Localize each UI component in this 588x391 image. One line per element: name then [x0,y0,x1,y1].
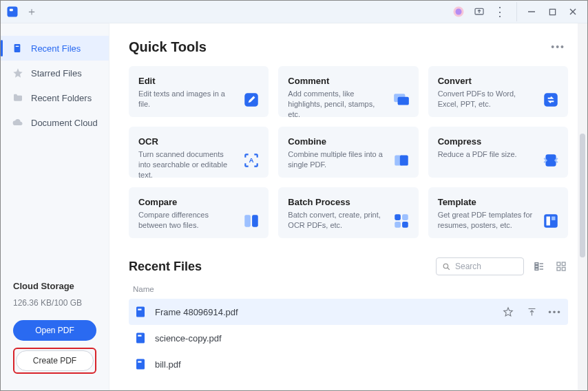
svg-rect-25 [544,214,558,228]
svg-point-28 [443,264,448,268]
window-minimize-button[interactable] [521,2,542,21]
row-more-icon[interactable]: ••• [547,304,563,319]
tool-card-ocr[interactable]: OCR Turn scanned documents into searchab… [129,127,269,178]
pdf-file-icon [134,358,147,370]
template-icon [542,212,560,230]
quick-tools-title: Quick Tools [129,39,207,55]
avatar-icon[interactable] [449,2,468,21]
window-maximize-button[interactable] [542,2,563,21]
sidebar-item-label: Starred Files [31,68,82,78]
pdf-file-icon [134,306,147,318]
new-tab-button[interactable]: ＋ [23,3,41,21]
sidebar-item-label: Recent Files [31,43,81,54]
list-view-icon[interactable] [532,260,546,273]
search-icon [442,262,451,271]
svg-text:A: A [249,156,254,164]
open-pdf-button[interactable]: Open PDF [13,320,96,341]
recent-column-name: Name [129,285,568,293]
star-icon[interactable] [501,304,516,319]
sidebar-item-label: Document Cloud [31,118,98,128]
svg-rect-22 [402,214,408,220]
comment-icon [392,91,410,109]
compress-icon [542,151,560,169]
folder-icon [12,92,24,104]
title-bar: ＋ ⋮ [1,1,587,23]
svg-rect-45 [136,359,145,370]
cloud-storage-title: Cloud Storage [13,281,96,291]
sidebar-item-document-cloud[interactable]: Document Cloud [1,110,109,135]
grid-view-icon[interactable] [554,260,568,273]
svg-rect-43 [136,333,145,344]
share-screen-icon[interactable] [470,2,489,21]
tool-card-edit[interactable]: Edit Edit texts and images in a file. [129,66,269,117]
cloud-icon [12,116,24,129]
cloud-storage-usage: 126.36 KB/100 GB [13,298,96,308]
quick-tools-grid: Edit Edit texts and images in a file. Co… [129,66,568,238]
create-pdf-highlight: Create PDF [13,348,96,374]
svg-point-3 [456,9,462,15]
svg-rect-26 [546,217,549,226]
tool-card-combine[interactable]: Combine Combine multiple files into a si… [278,127,418,178]
svg-rect-19 [245,215,251,226]
svg-rect-10 [16,46,19,47]
svg-rect-20 [252,215,258,226]
svg-rect-31 [535,266,538,268]
tool-card-convert[interactable]: Convert Convert PDFs to Word, Excel, PPT… [428,66,568,117]
tool-card-compare[interactable]: Compare Compare differences between two … [129,187,269,238]
svg-rect-39 [562,267,565,271]
recent-files-icon [12,42,24,54]
svg-rect-21 [395,214,401,220]
batch-icon [392,212,410,230]
star-icon [12,67,24,79]
svg-rect-37 [562,262,565,266]
svg-rect-30 [535,263,538,265]
sidebar-item-label: Recent Folders [31,93,92,103]
tool-card-template[interactable]: Template Get great PDF templates for res… [428,187,568,238]
compare-icon [242,212,260,230]
svg-rect-1 [10,9,13,11]
svg-rect-38 [557,267,560,271]
recent-files-title: Recent Files [129,260,202,274]
create-pdf-button[interactable]: Create PDF [16,350,94,371]
app-logo-icon [5,4,20,19]
more-menu-icon[interactable]: ⋮ [490,2,510,21]
ocr-icon: A [242,151,260,169]
tool-card-comment[interactable]: Comment Add comments, like highlights, p… [278,66,418,117]
svg-rect-24 [402,222,408,228]
sidebar-item-recent-folders[interactable]: Recent Folders [1,85,109,110]
scrollbar[interactable] [578,23,587,390]
svg-rect-17 [399,155,408,165]
tool-card-compress[interactable]: Compress Reduce a PDF file size. [428,127,568,178]
sidebar-item-recent-files[interactable]: Recent Files [1,36,109,61]
svg-line-29 [448,268,450,270]
svg-rect-0 [8,7,18,17]
sidebar: Recent Files Starred Files Recent Folder… [1,23,109,390]
svg-rect-13 [397,97,408,105]
svg-rect-44 [138,335,141,337]
svg-rect-14 [544,93,558,107]
pdf-file-icon [134,332,147,344]
sidebar-item-starred-files[interactable]: Starred Files [1,61,109,85]
file-row[interactable]: bill.pdf [129,351,568,377]
svg-rect-40 [136,307,145,317]
search-input[interactable]: Search [436,257,524,275]
svg-rect-9 [14,44,21,52]
svg-rect-36 [557,262,560,266]
quick-tools-more-icon[interactable]: ••• [548,39,568,55]
svg-rect-46 [138,361,141,363]
file-row[interactable]: Frame 48096914.pdf ••• [129,299,568,325]
convert-icon [542,91,560,109]
scrollbar-thumb[interactable] [580,134,585,257]
svg-rect-6 [549,9,555,14]
upload-icon[interactable] [524,304,539,319]
window-close-button[interactable] [563,2,583,21]
svg-rect-23 [395,222,401,228]
svg-rect-41 [138,309,141,310]
main-panel: Quick Tools ••• Edit Edit texts and imag… [109,23,587,390]
svg-rect-32 [535,268,538,271]
edit-icon [242,91,260,109]
tool-card-batch[interactable]: Batch Process Batch convert, create, pri… [278,187,418,238]
combine-icon [392,151,410,169]
svg-rect-27 [552,217,555,220]
file-row[interactable]: science-copy.pdf [129,325,568,351]
